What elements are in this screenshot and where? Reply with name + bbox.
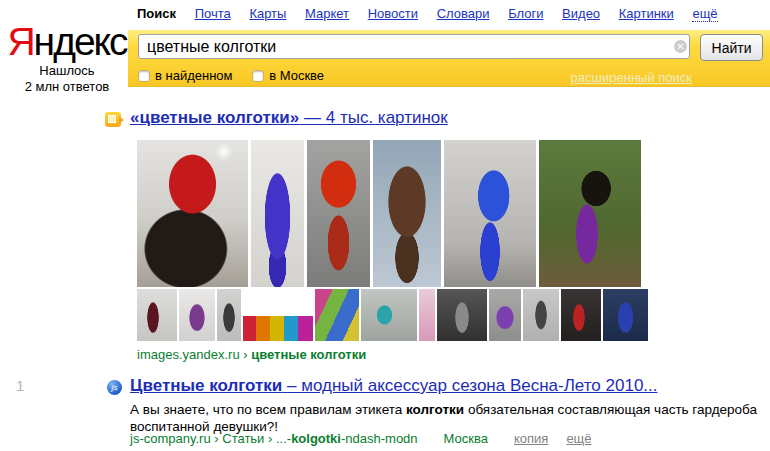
nav-tab-search[interactable]: Поиск xyxy=(137,6,176,21)
search-options: в найденном в Москве xyxy=(138,68,340,83)
image-thumbnail[interactable] xyxy=(603,289,648,341)
image-result-photo[interactable] xyxy=(444,140,536,287)
image-result-photo[interactable] xyxy=(373,140,441,287)
more-actions-link[interactable]: ещё xyxy=(566,431,591,446)
clear-icon[interactable]: ✕ xyxy=(674,40,687,53)
nav-tab-market[interactable]: Маркет xyxy=(305,6,349,21)
image-thumbnail[interactable] xyxy=(561,289,601,341)
checkbox-in-moscow-label: в Москве xyxy=(269,68,324,83)
nav-tab-maps[interactable]: Карты xyxy=(249,6,286,21)
image-thumbnail[interactable] xyxy=(137,289,177,341)
image-thumbnail[interactable] xyxy=(217,289,241,341)
nav-tab-news[interactable]: Новости xyxy=(368,6,418,21)
web-result-snippet: А вы знаете, что по всем правилам этикет… xyxy=(130,401,762,435)
logo-letter-ya: Я xyxy=(7,20,33,63)
image-thumbnail[interactable] xyxy=(179,289,215,341)
site-favicon-icon: js xyxy=(107,380,122,395)
image-result-photo[interactable] xyxy=(251,140,304,287)
search-input[interactable] xyxy=(138,34,690,59)
nav-tab-blogs[interactable]: Блоги xyxy=(508,6,543,21)
checkbox-in-found-label: в найденном xyxy=(155,68,233,83)
search-band: ✕ Найти в найденном в Москве расширенный… xyxy=(128,30,770,87)
checkbox-in-found[interactable] xyxy=(138,70,150,82)
image-results-strip xyxy=(137,140,641,287)
image-result-photo[interactable] xyxy=(539,140,641,287)
image-thumbnail[interactable] xyxy=(419,289,435,341)
result-number: 1 xyxy=(16,377,24,394)
image-thumbnail[interactable] xyxy=(243,289,313,341)
image-result-title: «цветные колготки» — 4 тыс. картинок xyxy=(130,108,448,128)
web-result-link[interactable]: Цветные колготки – модный аксессуар сезо… xyxy=(130,376,658,395)
image-thumbnail[interactable] xyxy=(361,289,417,341)
web-result-title: Цветные колготки – модный аксессуар сезо… xyxy=(130,376,658,396)
nav-tab-mail[interactable]: Почта xyxy=(195,6,231,21)
nav-tab-more[interactable]: ещё xyxy=(692,6,717,22)
advanced-search-link[interactable]: расширенный поиск xyxy=(571,70,692,85)
image-thumbnail[interactable] xyxy=(315,289,359,341)
nav-tab-images[interactable]: Картинки xyxy=(619,6,674,21)
yandex-logo[interactable]: Яндекс xyxy=(6,22,128,62)
nav-tab-dictionaries[interactable]: Словари xyxy=(437,6,490,21)
image-thumbnail[interactable] xyxy=(437,289,487,341)
results-count: Нашлось 2 млн ответов xyxy=(6,63,128,95)
search-button[interactable]: Найти xyxy=(700,34,763,61)
image-result-url: images.yandex.ru › цветные колготки xyxy=(137,347,366,362)
image-result-photo[interactable] xyxy=(137,140,248,287)
image-thumbnails-strip xyxy=(137,289,648,341)
web-result-url: js-company.ru › Статьи › ...-kolgotki-nd… xyxy=(130,431,592,446)
logo-rest: ндекс xyxy=(34,20,127,63)
image-result-photo[interactable] xyxy=(307,140,370,287)
image-thumbnail[interactable] xyxy=(489,289,521,341)
top-navigation: Поиск Почта Карты Маркет Новости Словари… xyxy=(137,6,733,21)
nav-tab-video[interactable]: Видео xyxy=(562,6,600,21)
images-service-icon xyxy=(105,112,121,127)
image-thumbnail[interactable] xyxy=(523,289,559,341)
cached-copy-link[interactable]: копия xyxy=(514,431,548,446)
logo-block: Яндекс Нашлось 2 млн ответов xyxy=(6,22,128,95)
checkbox-in-moscow[interactable] xyxy=(252,70,264,82)
image-result-link[interactable]: «цветные колготки» — 4 тыс. картинок xyxy=(130,108,448,127)
region-label: Москва xyxy=(444,431,488,446)
